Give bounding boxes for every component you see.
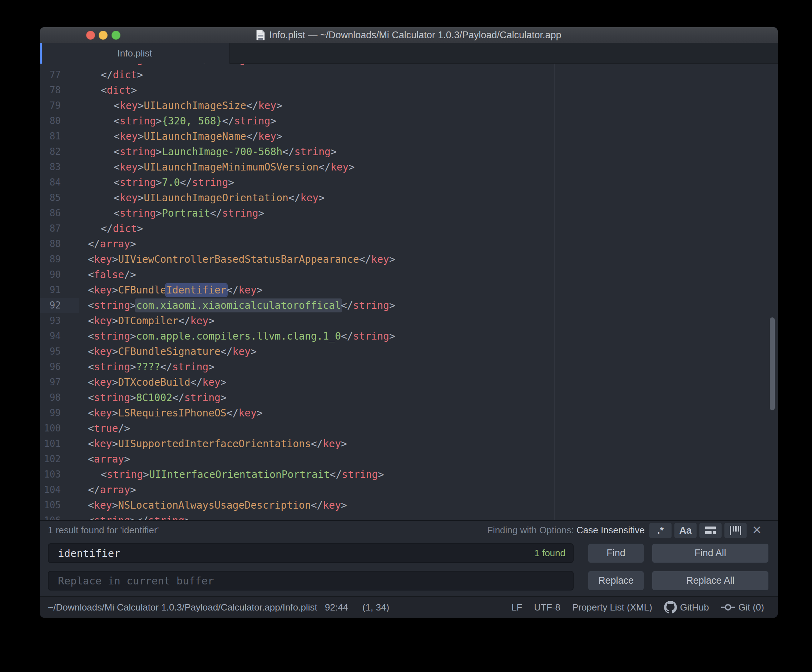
code-token: > [341,499,347,511]
find-input[interactable] [48,543,573,563]
code-line[interactable]: 99<key>LSRequiresIPhoneOS</key> [40,405,778,421]
selected-text: com.xiaomi.xiaomicalculatoroffical [136,300,341,311]
code-line[interactable]: 96<string>????</string> [40,359,778,375]
whole-word-option-button[interactable] [724,523,747,538]
grammar-indicator[interactable]: Property List (XML) [572,602,652,613]
code-line[interactable]: 88</array> [40,236,778,252]
line-number: 87 [40,221,79,236]
code-line[interactable]: 105<key>NSLocationAlwaysUsageDescription… [40,498,778,513]
code-line[interactable]: 83<key>UILaunchImageMinimumOSVersion</ke… [40,159,778,175]
code-token: > [138,100,144,111]
code-line[interactable]: 104</array> [40,482,778,498]
code-line[interactable]: 89<key>UIViewControllerBasedStatusBarApp… [40,252,778,267]
tab-bar: Info.plist [40,43,778,64]
line-number: 77 [40,67,79,83]
git-status[interactable]: Git (0) [721,600,764,614]
code-line[interactable]: 90<false/> [40,267,778,282]
code-line[interactable]: 86<string>Portrait</string> [40,206,778,221]
code-line[interactable]: 80<string>{320, 568}</string> [40,113,778,129]
line-ending-indicator[interactable]: LF [512,602,522,613]
text-editor[interactable]: <string>Portrait</string>77</dict>78<dic… [40,64,778,520]
code-line[interactable]: 84<string>7.0</string> [40,175,778,190]
line-number: 85 [40,190,79,206]
close-find-panel-button[interactable]: ✕ [750,521,764,539]
code-token: < [88,284,94,296]
tab-info-plist[interactable]: Info.plist [40,43,230,64]
replace-input[interactable] [48,571,573,590]
code-token: < [88,253,94,265]
in-selection-option-button[interactable] [699,523,722,538]
code-token: string [120,177,156,188]
code-token: > [389,253,395,265]
minimize-window-button[interactable] [99,31,107,40]
find-button[interactable]: Find [588,543,644,563]
code-token: > [112,284,118,296]
cursor-position[interactable]: 92:44 [325,597,348,617]
code-line[interactable]: 97<key>DTXcodeBuild</key> [40,375,778,390]
code-token: string [94,361,130,373]
zoom-window-button[interactable] [111,31,120,40]
code-token: > [257,284,263,296]
code-token: key [371,253,389,265]
code-token: DTXcodeBuild [118,376,190,388]
code-line[interactable]: 98<string>8C1002</string> [40,390,778,405]
code-token: key [191,315,209,327]
code-token: </ [88,484,100,496]
code-line[interactable]: 101<key>UISupportedInterfaceOrientations… [40,436,778,452]
code-token: < [114,192,120,204]
code-token: UIViewControllerBasedStatusBarAppearance [118,253,359,265]
encoding-indicator[interactable]: UTF-8 [534,602,560,613]
code-token: > [389,330,395,342]
code-token: > [270,115,276,127]
code-token: </ [101,223,113,234]
regex-option-button[interactable]: .* [649,523,672,538]
code-token: key [233,346,251,357]
code-line[interactable]: 106<string></string> [40,513,778,520]
code-token: key [94,315,112,327]
vertical-scrollbar[interactable] [770,317,775,410]
code-line[interactable]: 85<key>UILaunchImageOrientation</key> [40,190,778,206]
code-line[interactable]: 93<key>DTCompiler</key> [40,313,778,329]
code-line[interactable]: 95<key>CFBundleSignature</key> [40,344,778,359]
find-all-button[interactable]: Find All [652,543,769,563]
code-token: dict [113,69,137,81]
code-token: key [94,438,112,450]
code-line[interactable]: 81<key>UILaunchImageName</key> [40,129,778,144]
code-line[interactable]: <string>Portrait</string> [40,64,778,67]
replace-button[interactable]: Replace [588,571,644,590]
code-token: array [100,238,130,250]
line-number: 92 [40,298,79,313]
code-token: string [120,207,156,219]
code-token: key [94,376,112,388]
code-token: string [342,469,378,480]
code-line[interactable]: 102<array> [40,452,778,467]
code-line[interactable]: 103<string>UIInterfaceOrientationPortrai… [40,467,778,482]
code-token: array [94,453,124,465]
found-count-badge: 1 found [526,543,565,563]
code-line[interactable]: 91<key>CFBundleIdentifier</key> [40,282,778,298]
line-number: 106 [40,513,79,520]
code-token: </ [178,315,191,327]
code-token: </ [246,100,258,111]
github-status[interactable]: GitHub [664,601,709,614]
code-line[interactable]: 94<string>com.apple.compilers.llvm.clang… [40,329,778,344]
code-token: key [239,407,257,419]
case-option-button[interactable]: Aa [674,523,697,538]
code-token: > [251,346,257,357]
code-line[interactable]: 92<string>com.xiaomi.xiaomicalculatoroff… [40,298,778,313]
code-line[interactable]: 100<true/> [40,421,778,436]
code-line[interactable]: 77</dict> [40,67,778,83]
code-line[interactable]: 79<key>UILaunchImageSize</key> [40,98,778,113]
code-token: key [258,100,276,111]
code-token: </ [311,438,323,450]
code-token: UIInterfaceOrientationPortrait [149,469,330,480]
code-line[interactable]: 87</dict> [40,221,778,236]
editor-window: Info.plist — ~/Downloads/Mi Calculator 1… [40,27,778,617]
code-line[interactable]: 82<string>LaunchImage-700-568h</string> [40,144,778,159]
code-line[interactable]: 78<dict> [40,83,778,98]
replace-all-button[interactable]: Replace All [652,571,769,590]
line-number: 79 [40,98,79,113]
code-token: string [107,64,143,65]
code-token: > [130,392,136,404]
close-window-button[interactable] [86,31,95,40]
